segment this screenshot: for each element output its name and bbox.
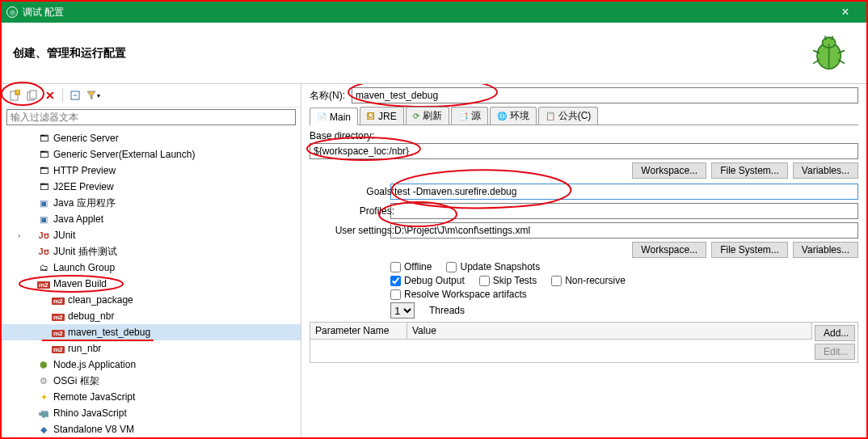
tree-item-label: J2EE Preview xyxy=(53,181,114,192)
config-tree[interactable]: 🗔Generic Server🗔Generic Server(External … xyxy=(2,129,301,439)
tree-item[interactable]: ✦Remote JavaScript xyxy=(2,389,301,405)
srv-icon: 🗔 xyxy=(37,166,50,175)
tab-common[interactable]: 📋公共(C) xyxy=(538,107,599,125)
filesystem-button-2[interactable]: File System... xyxy=(711,242,788,258)
edit-param-button[interactable]: Edit... xyxy=(815,344,855,360)
jav-icon: ▣ xyxy=(37,214,50,225)
tree-item[interactable]: 🗔HTTP Preview xyxy=(2,163,301,179)
profiles-input[interactable] xyxy=(390,203,858,219)
filter-input[interactable] xyxy=(6,109,296,125)
common-icon: 📋 xyxy=(546,112,555,120)
workspace-button-1[interactable]: Workspace... xyxy=(632,163,706,179)
filter-box xyxy=(6,109,296,125)
tree-item-label: Generic Server xyxy=(53,133,119,144)
params-table: Parameter Name Value Add... Edit... xyxy=(310,322,858,363)
new-config-icon[interactable] xyxy=(6,87,23,103)
tree-item-label: debug_nbr xyxy=(68,310,114,322)
m2-icon: m2 xyxy=(37,279,50,289)
goals-label: Goals: xyxy=(318,186,394,197)
srv-icon: 🗔 xyxy=(37,150,50,159)
params-body[interactable] xyxy=(310,340,812,362)
title-bar: ◎ 调试 配置 × xyxy=(2,2,866,23)
refresh-icon: ⟳ xyxy=(413,112,419,120)
base-dir-input[interactable] xyxy=(310,143,858,159)
m2-icon: m2 xyxy=(52,295,65,305)
tree-item-label: Remote JavaScript xyxy=(53,391,135,403)
tree-item[interactable]: ▣Java 应用程序 xyxy=(2,195,301,211)
main-tab-content: Base directory: Workspace... File System… xyxy=(310,130,858,363)
window-title: 调试 配置 xyxy=(23,6,64,19)
tree-item[interactable]: JʊJUnit 插件测试 xyxy=(2,243,301,260)
tab-jre[interactable]: ⛾JRE xyxy=(360,107,404,125)
dialog-header: 创建、管理和运行配置 xyxy=(2,23,866,84)
tree-item-label: JUnit xyxy=(53,230,75,241)
tree-item[interactable]: 🗔J2EE Preview xyxy=(2,179,301,195)
goals-input[interactable] xyxy=(390,184,858,200)
tree-item-label: Launch Group xyxy=(53,262,115,273)
tab-source[interactable]: 📑源 xyxy=(451,107,488,125)
tab-main[interactable]: 📄Main xyxy=(310,108,358,125)
tree-item[interactable]: ▣Java Applet xyxy=(2,211,301,227)
close-button[interactable]: × xyxy=(829,5,862,19)
debug-bug-icon xyxy=(807,31,849,75)
offline-checkbox[interactable]: Offline xyxy=(390,261,432,272)
filesystem-button-1[interactable]: File System... xyxy=(711,163,788,179)
tree-item[interactable]: ›JʊJUnit xyxy=(2,227,301,243)
variables-button-1[interactable]: Variables... xyxy=(793,163,858,179)
resolve-workspace-checkbox[interactable]: Resolve Workspace artifacts xyxy=(390,289,527,300)
debug-output-checkbox[interactable]: Debug Output xyxy=(390,275,465,286)
tree-item[interactable]: m2run_nbr xyxy=(2,340,301,357)
name-label: 名称(N): xyxy=(310,89,345,103)
ju-icon: Jʊ xyxy=(37,230,50,241)
workspace-button-2[interactable]: Workspace... xyxy=(632,242,706,258)
config-name-input[interactable] xyxy=(352,87,858,103)
rjs-icon: ✦ xyxy=(37,392,50,403)
tree-item[interactable]: ⌄m2Maven Build xyxy=(2,276,301,292)
env-icon: 🌐 xyxy=(497,112,507,120)
usersettings-input[interactable] xyxy=(390,222,858,238)
m2-icon: m2 xyxy=(52,327,65,337)
tree-item-label: Java Applet xyxy=(53,213,103,225)
update-snapshots-checkbox[interactable]: Update Snapshots xyxy=(446,261,540,272)
v8-icon: ◆ xyxy=(37,424,50,435)
tree-item[interactable]: m2clean_package xyxy=(2,292,301,308)
skip-tests-checkbox[interactable]: Skip Tests xyxy=(479,275,537,286)
tree-item-label: Node.js Application xyxy=(53,359,136,370)
m2-icon: m2 xyxy=(52,311,65,321)
right-panel: 名称(N): 📄Main ⛾JRE ⟳刷新 📑源 🌐环境 📋公共(C) Base… xyxy=(301,84,866,439)
threads-select[interactable]: 1 xyxy=(390,302,415,319)
tree-item-label: clean_package xyxy=(68,294,133,306)
filter-icon[interactable]: ▾ xyxy=(85,87,101,103)
tree-item[interactable]: m2debug_nbr xyxy=(2,308,301,324)
tab-refresh[interactable]: ⟳刷新 xyxy=(406,107,449,125)
tree-item-label: HTTP Preview xyxy=(53,165,116,176)
tree-item[interactable]: ⬢Node.js Application xyxy=(2,357,301,373)
separator xyxy=(62,89,63,102)
usersettings-label: User settings: xyxy=(318,225,394,236)
tree-item-label: run_nbr xyxy=(68,343,101,354)
collapse-all-icon[interactable] xyxy=(67,87,83,103)
tab-environment[interactable]: 🌐环境 xyxy=(490,107,537,125)
threads-label: Threads xyxy=(429,305,465,316)
duplicate-config-icon[interactable] xyxy=(24,87,40,103)
add-param-button[interactable]: Add... xyxy=(815,325,855,341)
col-value: Value xyxy=(407,323,812,339)
variables-button-2[interactable]: Variables... xyxy=(793,242,858,258)
tree-item-label: Standalone V8 VM xyxy=(53,424,134,435)
tree-item[interactable]: 🗔Generic Server(External Launch) xyxy=(2,146,301,163)
tree-item[interactable]: m2maven_test_debug xyxy=(2,324,301,340)
njs-icon: ⬢ xyxy=(37,360,50,370)
tree-item[interactable]: ⚙OSGi 框架 xyxy=(2,373,301,389)
left-panel: ✕ ▾ 🗔Generic Server🗔Generic Server(Exter… xyxy=(2,84,301,439)
svg-rect-12 xyxy=(30,91,36,99)
non-recursive-checkbox[interactable]: Non-recursive xyxy=(551,275,626,286)
tree-item[interactable]: 🗂Launch Group xyxy=(2,260,301,276)
tree-item-label: Java 应用程序 xyxy=(53,196,116,210)
tree-item[interactable]: ◆Standalone V8 VM xyxy=(2,421,301,437)
tree-item[interactable]: 🗔Generic Server xyxy=(2,130,301,146)
tree-item-label: Maven Build xyxy=(53,278,107,289)
delete-config-icon[interactable]: ✕ xyxy=(42,87,58,103)
tree-item[interactable]: 🦏Rhino JavaScript xyxy=(2,405,301,421)
tabs-bar: 📄Main ⛾JRE ⟳刷新 📑源 🌐环境 📋公共(C) xyxy=(310,107,858,125)
osgi-icon: ⚙ xyxy=(37,376,50,386)
